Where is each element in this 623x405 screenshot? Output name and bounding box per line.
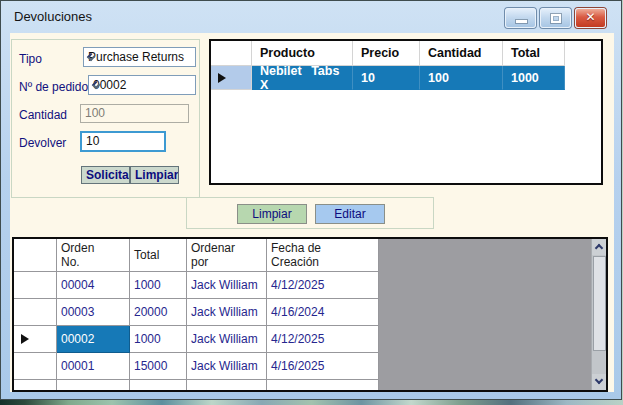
- close-button[interactable]: ✕: [575, 8, 606, 28]
- scroll-down-button[interactable]: [592, 374, 607, 390]
- minimize-icon: [516, 20, 527, 23]
- cell-producto[interactable]: Nebilet Tabs X: [252, 66, 353, 90]
- minimize-button[interactable]: [505, 8, 536, 28]
- row-header[interactable]: [14, 380, 57, 392]
- row-header[interactable]: [14, 272, 57, 299]
- tipo-combobox-value: Purchase Returns: [88, 50, 184, 64]
- cantidad-label: Cantidad: [19, 108, 67, 122]
- cell-total[interactable]: 20000: [130, 299, 187, 326]
- cell-order-no[interactable]: 00003: [57, 299, 130, 326]
- table-row-new-empty: [14, 380, 606, 392]
- cell-total[interactable]: 15000: [130, 353, 187, 380]
- orders-grid-header-row: Orden No. Total Ordenar por Fecha de Cre…: [14, 239, 606, 272]
- cell-order-no[interactable]: 00001: [57, 353, 130, 380]
- cell-empty[interactable]: [130, 380, 187, 392]
- titlebar[interactable]: Devoluciones ✕: [1, 1, 621, 32]
- col-header-cantidad[interactable]: Cantidad: [420, 41, 503, 66]
- products-grid-header-row: Producto Precio Cantidad Total: [211, 41, 601, 66]
- current-row-arrow-icon: [218, 73, 226, 83]
- devolver-label: Devolver: [19, 136, 66, 150]
- cell-ordered-by[interactable]: Jack William: [187, 353, 267, 380]
- cell-created[interactable]: 4/16/2024: [267, 299, 379, 326]
- products-row-header[interactable]: [211, 66, 252, 90]
- window-title: Devoluciones: [14, 9, 92, 24]
- current-row-arrow-icon: [21, 334, 29, 344]
- devolver-field[interactable]: 10: [80, 131, 166, 152]
- orders-grid: Orden No. Total Ordenar por Fecha de Cre…: [12, 237, 608, 392]
- cell-created[interactable]: 4/12/2025: [267, 272, 379, 299]
- cell-empty[interactable]: [267, 380, 379, 392]
- row-header[interactable]: [14, 353, 57, 380]
- cell-total[interactable]: 1000: [130, 272, 187, 299]
- scrollbar-thumb[interactable]: [593, 256, 606, 351]
- cell-ordered-by[interactable]: Jack William: [187, 299, 267, 326]
- close-icon: ✕: [576, 10, 605, 24]
- col-header-orden-no[interactable]: Orden No.: [57, 239, 130, 272]
- col-header-producto[interactable]: Producto: [252, 41, 353, 66]
- row-header[interactable]: [14, 299, 57, 326]
- table-row: 00003 20000 Jack William 4/16/2024: [14, 299, 606, 326]
- table-row: 00001 15000 Jack William 4/16/2025: [14, 353, 606, 380]
- limpiar-button[interactable]: Limpiar: [237, 204, 307, 224]
- table-row: 00004 1000 Jack William 4/12/2025: [14, 272, 606, 299]
- col-header-total[interactable]: Total: [503, 41, 565, 66]
- cell-empty[interactable]: [187, 380, 267, 392]
- cantidad-field: 100: [80, 104, 189, 123]
- products-grid-corner-header[interactable]: [211, 41, 252, 66]
- cell-created[interactable]: 4/16/2025: [267, 353, 379, 380]
- chevron-up-icon: [595, 244, 603, 252]
- pedido-label: Nº de pedido: [19, 80, 88, 94]
- table-row-selected: 00002 1000 Jack William 4/12/2025: [14, 326, 606, 353]
- cell-precio[interactable]: 10: [353, 66, 420, 90]
- devoluciones-window: Devoluciones ✕ Tipo Purchase Returns Nº …: [0, 0, 622, 400]
- products-grid: Producto Precio Cantidad Total Nebilet T…: [209, 39, 603, 185]
- cell-ordered-by[interactable]: Jack William: [187, 326, 267, 353]
- limpiar-small-button[interactable]: Limpiar: [130, 166, 179, 184]
- cell-cantidad[interactable]: 100: [420, 66, 503, 90]
- col-header-precio[interactable]: Precio: [353, 41, 420, 66]
- orders-grid-corner-header[interactable]: [14, 239, 57, 272]
- products-grid-row: Nebilet Tabs X 10 100 1000: [211, 66, 601, 90]
- screen: Devoluciones ✕ Tipo Purchase Returns Nº …: [0, 0, 623, 405]
- pedido-combobox[interactable]: 00002: [88, 75, 196, 95]
- solicitar-button[interactable]: Solicitar: [81, 166, 130, 184]
- col-header-fecha[interactable]: Fecha de Creación: [267, 239, 379, 272]
- editar-button[interactable]: Editar: [315, 204, 385, 224]
- maximize-button[interactable]: [540, 8, 571, 28]
- col-header-ordenar-por[interactable]: Ordenar por: [187, 239, 267, 272]
- cell-order-no-selected[interactable]: 00002: [57, 326, 130, 353]
- scroll-up-button[interactable]: [592, 239, 607, 255]
- current-row-indicator[interactable]: [14, 326, 57, 353]
- cell-total[interactable]: 1000: [130, 326, 187, 353]
- tipo-label: Tipo: [19, 52, 42, 66]
- cell-order-no[interactable]: 00004: [57, 272, 130, 299]
- cell-created[interactable]: 4/12/2025: [267, 326, 379, 353]
- actions-panel: Limpiar Editar: [186, 197, 434, 229]
- chevron-down-icon: [595, 376, 603, 384]
- col-header-total[interactable]: Total: [130, 239, 187, 272]
- maximize-icon: [551, 14, 561, 23]
- window-controls: ✕: [505, 8, 606, 28]
- cell-ordered-by[interactable]: Jack William: [187, 272, 267, 299]
- tipo-combobox[interactable]: Purchase Returns: [83, 47, 196, 67]
- return-form-panel: Tipo Purchase Returns Nº de pedido 00002…: [11, 39, 200, 198]
- cell-total[interactable]: 1000: [503, 66, 565, 90]
- client-area: Tipo Purchase Returns Nº de pedido 00002…: [10, 33, 614, 392]
- cell-empty[interactable]: [57, 380, 130, 392]
- vertical-scrollbar[interactable]: [591, 239, 606, 390]
